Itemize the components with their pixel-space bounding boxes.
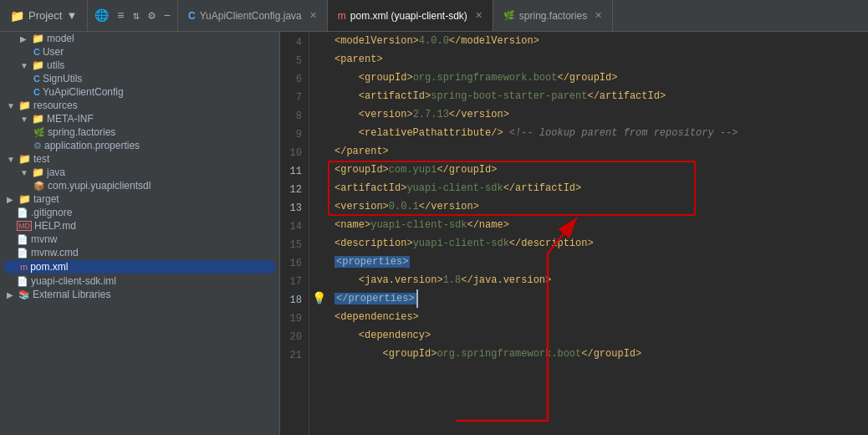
code-line-8: <version>2.7.13</version>: [334, 105, 868, 124]
tab-yuapi-client-config[interactable]: C YuApiClientConfig.java ✕: [178, 0, 328, 31]
code-line-11: <groupId>com.yupi</groupId>: [334, 161, 868, 179]
tabs-bar: C YuApiClientConfig.java ✕ m pom.xml (yu…: [178, 0, 868, 31]
tree-item-meta-inf[interactable]: ▼ 📁 META-INF: [0, 112, 279, 125]
tab-close-icon[interactable]: ✕: [475, 10, 483, 21]
sort-icon[interactable]: ⇅: [133, 8, 140, 23]
tree-item-pom-xml[interactable]: m pom.xml: [3, 260, 276, 274]
tree-item-yuapiclientconfig[interactable]: C YuApiClientConfig: [0, 85, 279, 99]
tree-item-user[interactable]: C User: [0, 45, 279, 59]
tree-item-java[interactable]: ▼ 📁 java: [0, 166, 279, 179]
tree-item-gitignore[interactable]: 📄 .gitignore: [0, 206, 279, 219]
file-icon: 📄: [17, 248, 28, 258]
tree-item-spring-factories[interactable]: 🌿 spring.factories: [0, 125, 279, 139]
git-icon: 📄: [17, 207, 28, 218]
tree-label: resources: [33, 100, 78, 111]
folder-icon: 📚: [18, 289, 30, 300]
list-icon[interactable]: ≡: [117, 9, 124, 23]
code-line-7: <artifactId>spring-boot-starter-parent</…: [334, 87, 868, 105]
arrow-icon: ▼: [7, 101, 17, 110]
tab-label: pom.xml (yuapi-client-sdk): [350, 10, 467, 22]
tree-item-package[interactable]: 📦 com.yupi.yuapiclientsdl: [0, 179, 279, 192]
iml-icon: 📄: [17, 276, 28, 287]
code-line-14: <name>yuapi-client-sdk</name>: [334, 216, 868, 234]
editor[interactable]: 4 5 6 7 8 9 10 11 12 13 14 15 16 17 18 1…: [280, 32, 868, 435]
tree-label: spring.factories: [48, 126, 115, 138]
tree-label: application.properties: [44, 140, 140, 151]
project-title[interactable]: 📁 Project ▼: [0, 0, 88, 31]
main-content: ▶ 📁 model C User ▼ 📁 utils C SignUtils C…: [0, 32, 868, 435]
folder-icon: 📁: [32, 33, 44, 44]
pom-icon: m: [20, 262, 28, 272]
code-line-15: <description>yuapi-client-sdk</descripti…: [334, 234, 868, 253]
tree-item-mvnw[interactable]: 📄 mvnw: [0, 233, 279, 246]
tree-item-target[interactable]: ▶ 📁 target: [0, 192, 279, 206]
folder-icon: 📁: [18, 193, 31, 205]
arrow-icon: ▼: [20, 115, 30, 124]
folder-icon: 📁: [32, 59, 44, 71]
code-line-16: <properties>: [334, 253, 868, 271]
tab-close-icon[interactable]: ✕: [309, 10, 317, 21]
code-area[interactable]: <modelVersion>4.0.0</modelVersion> <pare…: [328, 32, 868, 435]
tree-item-test[interactable]: ▼ 📁 test: [0, 152, 279, 166]
tree-label: .gitignore: [31, 207, 72, 218]
code-line-10: </parent>: [334, 142, 868, 161]
class-icon: C: [33, 74, 40, 84]
ap-icon: ⚙: [33, 141, 42, 151]
gutter-warning-icon[interactable]: 💡: [309, 289, 328, 308]
code-line-5: <parent>: [334, 50, 868, 69]
tree-label: yuapi-client-sdk.iml: [31, 275, 116, 287]
line-numbers: 4 5 6 7 8 9 10 11 12 13 14 15 16 17 18 1…: [280, 32, 309, 435]
top-icons: 🌐 ≡ ⇅ ⚙ −: [88, 0, 178, 31]
tab-m-icon: m: [338, 10, 346, 22]
tab-spring-factories[interactable]: 🌿 spring.factories ✕: [493, 0, 613, 31]
pkg-icon: 📦: [33, 181, 45, 192]
gear-icon[interactable]: ⚙: [148, 8, 155, 23]
folder-icon: 📁: [18, 100, 31, 111]
tab-label: spring.factories: [519, 10, 587, 22]
code-line-21: <groupId>org.springframework.boot</group…: [334, 345, 868, 363]
file-icon: 📄: [17, 234, 28, 245]
tab-pom-xml[interactable]: m pom.xml (yuapi-client-sdk) ✕: [328, 0, 493, 31]
md-icon: MD: [17, 221, 32, 231]
project-chevron: ▼: [66, 9, 77, 22]
tab-c-icon: C: [188, 10, 196, 22]
sidebar: ▶ 📁 model C User ▼ 📁 utils C SignUtils C…: [0, 32, 280, 435]
tree-item-external-libs[interactable]: ▶ 📚 External Libraries: [0, 288, 279, 301]
sf-icon: 🌿: [33, 127, 45, 138]
project-folder-icon: 📁: [10, 9, 24, 23]
tab-sf-icon: 🌿: [503, 10, 515, 21]
tree-label: target: [33, 193, 59, 205]
tab-label: YuApiClientConfig.java: [200, 10, 302, 22]
class-icon: C: [33, 87, 40, 97]
tab-close-icon[interactable]: ✕: [595, 10, 602, 21]
arrow-icon: ▶: [7, 195, 17, 204]
folder-icon: 📁: [32, 166, 44, 178]
code-line-13: <version>0.0.1</version>: [334, 197, 868, 216]
editor-gutter: 💡: [309, 32, 328, 435]
project-label: Project: [28, 9, 62, 22]
tree-item-mvnw-cmd[interactable]: 📄 mvnw.cmd: [0, 246, 279, 259]
tree-label: META-INF: [47, 113, 94, 125]
tree-label: java: [47, 166, 65, 178]
code-line-9: <relativePathattribute/> <!-- lookup par…: [334, 124, 868, 142]
tree-label: mvnw.cmd: [31, 247, 79, 258]
tree-item-application-props[interactable]: ⚙ application.properties: [0, 139, 279, 152]
class-icon: C: [33, 47, 40, 57]
tree-label: HELP.md: [34, 220, 76, 232]
globe-icon[interactable]: 🌐: [94, 8, 109, 23]
tree-item-iml[interactable]: 📄 yuapi-client-sdk.iml: [0, 274, 279, 288]
arrow-icon: ▼: [20, 61, 30, 70]
tree-item-helpmd[interactable]: MD HELP.md: [0, 219, 279, 233]
minus-icon[interactable]: −: [164, 9, 171, 23]
code-line-17: <java.version>1.8</java.version>: [334, 271, 868, 289]
tree-item-model[interactable]: ▶ 📁 model: [0, 32, 279, 45]
tree-label: pom.xml: [30, 261, 68, 273]
tree-item-utils[interactable]: ▼ 📁 utils: [0, 59, 279, 72]
tree-label: test: [33, 153, 49, 165]
arrow-icon: ▼: [7, 155, 17, 164]
code-line-4: <modelVersion>4.0.0</modelVersion>: [334, 32, 868, 50]
code-line-19: <dependencies>: [334, 308, 868, 326]
tree-item-signutils[interactable]: C SignUtils: [0, 72, 279, 85]
tree-item-resources[interactable]: ▼ 📁 resources: [0, 99, 279, 112]
arrow-icon: ▶: [20, 34, 30, 44]
